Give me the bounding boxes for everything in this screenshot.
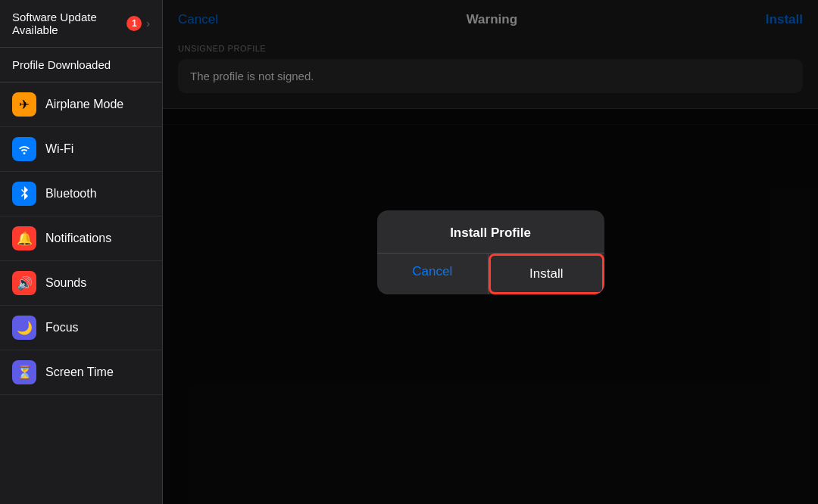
software-update-row[interactable]: Software Update Available 1 › (0, 0, 162, 48)
install-profile-title: Install Profile (377, 210, 604, 253)
software-update-label: Software Update Available (12, 11, 126, 36)
settings-sidebar: Software Update Available 1 › Profile Do… (0, 0, 163, 504)
focus-icon: 🌙 (12, 316, 36, 340)
install-profile-overlay: Install Profile Cancel Install (163, 0, 818, 504)
sidebar-item-sounds[interactable]: 🔊 Sounds (0, 261, 162, 306)
profile-downloaded-row[interactable]: Profile Downloaded (0, 48, 162, 82)
software-update-chevron: › (146, 17, 150, 30)
software-update-badge: 1 (126, 16, 142, 31)
screen-time-label: Screen Time (45, 366, 114, 379)
wifi-label: Wi-Fi (45, 142, 73, 156)
warning-sheet: Cancel Warning Install UNSIGNED PROFILE … (163, 0, 818, 504)
wifi-icon (12, 137, 36, 161)
sounds-label: Sounds (45, 276, 86, 290)
sidebar-item-wifi[interactable]: Wi-Fi (0, 127, 162, 172)
install-profile-dialog: Install Profile Cancel Install (377, 210, 604, 294)
sidebar-item-focus[interactable]: 🌙 Focus (0, 306, 162, 350)
screen-time-icon: ⏳ (12, 360, 36, 384)
install-profile-buttons: Cancel Install (377, 253, 604, 294)
sidebar-item-bluetooth[interactable]: Bluetooth (0, 172, 162, 216)
notifications-icon: 🔔 (12, 226, 36, 250)
bluetooth-icon (12, 182, 36, 206)
profile-downloaded-label: Profile Downloaded (12, 58, 150, 71)
main-content: Custom Font 2 Custom Font 2 › Beta Softw… (163, 0, 818, 504)
airplane-mode-icon: ✈ (12, 92, 36, 117)
install-profile-install-button[interactable]: Install (489, 254, 604, 294)
sounds-icon: 🔊 (12, 271, 36, 295)
sidebar-item-notifications[interactable]: 🔔 Notifications (0, 216, 162, 261)
airplane-mode-label: Airplane Mode (45, 98, 123, 111)
notifications-label: Notifications (45, 232, 111, 245)
install-profile-cancel-button[interactable]: Cancel (377, 254, 489, 294)
sidebar-item-screen-time[interactable]: ⏳ Screen Time (0, 350, 162, 395)
sidebar-item-airplane-mode[interactable]: ✈ Airplane Mode (0, 82, 162, 127)
focus-label: Focus (45, 321, 79, 334)
bluetooth-label: Bluetooth (45, 187, 97, 201)
